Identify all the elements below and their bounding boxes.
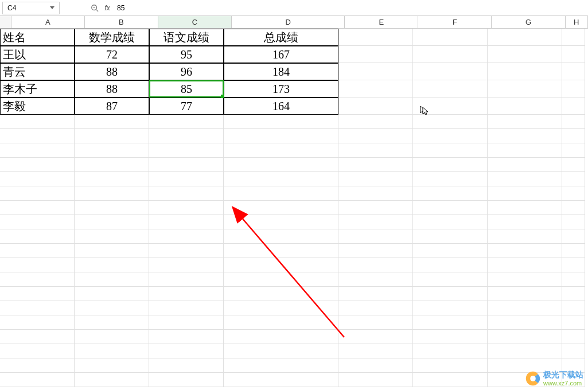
column-header-G[interactable]: G	[492, 16, 565, 28]
table-cell[interactable]	[75, 315, 149, 330]
cell-B4[interactable]: 88	[75, 80, 149, 98]
table-cell[interactable]	[224, 201, 338, 215]
table-cell[interactable]	[488, 287, 562, 301]
table-cell[interactable]	[149, 244, 224, 258]
table-cell[interactable]	[149, 373, 224, 387]
table-cell[interactable]	[338, 172, 413, 186]
table-cell[interactable]	[0, 358, 75, 373]
table-cell[interactable]	[488, 229, 562, 244]
cell-D4[interactable]: 173	[224, 80, 338, 98]
table-cell[interactable]	[562, 201, 585, 215]
cell-G3[interactable]	[488, 63, 562, 80]
table-cell[interactable]	[149, 158, 224, 172]
cell-E2[interactable]	[338, 46, 413, 63]
cell-A3[interactable]: 青云	[0, 63, 75, 80]
cell-E1[interactable]	[338, 29, 413, 46]
table-cell[interactable]	[413, 229, 488, 244]
column-header-D[interactable]: D	[232, 16, 345, 28]
cell-E3[interactable]	[338, 63, 413, 80]
table-cell[interactable]	[562, 344, 585, 358]
cell-reference-box[interactable]: C4	[2, 2, 60, 14]
table-cell[interactable]	[149, 315, 224, 330]
table-cell[interactable]	[562, 272, 585, 287]
cell-G1[interactable]	[488, 29, 562, 46]
table-cell[interactable]	[75, 229, 149, 244]
table-cell[interactable]	[75, 358, 149, 373]
cell-C3[interactable]: 96	[149, 63, 224, 80]
cell-F1[interactable]	[413, 29, 488, 46]
table-cell[interactable]	[488, 186, 562, 201]
table-cell[interactable]	[75, 172, 149, 186]
table-cell[interactable]	[562, 330, 585, 344]
column-header-H[interactable]: H	[566, 16, 588, 28]
cell-H3[interactable]	[562, 63, 585, 80]
table-cell[interactable]	[562, 115, 585, 129]
table-cell[interactable]	[338, 358, 413, 373]
table-cell[interactable]	[488, 315, 562, 330]
table-cell[interactable]	[488, 258, 562, 272]
table-cell[interactable]	[562, 315, 585, 330]
table-cell[interactable]	[413, 244, 488, 258]
table-cell[interactable]	[562, 158, 585, 172]
table-cell[interactable]	[75, 115, 149, 129]
table-cell[interactable]	[75, 215, 149, 229]
table-cell[interactable]	[562, 129, 585, 143]
table-cell[interactable]	[0, 301, 75, 315]
table-cell[interactable]	[75, 244, 149, 258]
table-cell[interactable]	[488, 215, 562, 229]
table-cell[interactable]	[149, 287, 224, 301]
cell-B2[interactable]: 72	[75, 46, 149, 63]
cell-H2[interactable]	[562, 46, 585, 63]
table-cell[interactable]	[413, 115, 488, 129]
table-cell[interactable]	[75, 129, 149, 143]
table-cell[interactable]	[0, 258, 75, 272]
chevron-down-icon[interactable]	[50, 6, 54, 9]
table-cell[interactable]	[413, 172, 488, 186]
table-cell[interactable]	[224, 186, 338, 201]
table-cell[interactable]	[488, 330, 562, 344]
table-cell[interactable]	[0, 201, 75, 215]
table-cell[interactable]	[0, 373, 75, 387]
cell-B5[interactable]: 87	[75, 98, 149, 115]
cell-H1[interactable]	[562, 29, 585, 46]
table-cell[interactable]	[149, 172, 224, 186]
column-header-C[interactable]: C	[158, 16, 232, 28]
table-cell[interactable]	[413, 330, 488, 344]
table-cell[interactable]	[338, 258, 413, 272]
cell-D3[interactable]: 184	[224, 63, 338, 80]
cell-B1[interactable]: 数学成绩	[75, 29, 149, 46]
table-cell[interactable]	[488, 272, 562, 287]
table-cell[interactable]	[0, 272, 75, 287]
table-cell[interactable]	[75, 186, 149, 201]
cell-D1[interactable]: 总成绩	[224, 29, 338, 46]
cell-H5[interactable]	[562, 98, 585, 115]
table-cell[interactable]	[562, 287, 585, 301]
table-cell[interactable]	[0, 215, 75, 229]
cell-A2[interactable]: 王以	[0, 46, 75, 63]
table-cell[interactable]	[0, 287, 75, 301]
table-cell[interactable]	[338, 215, 413, 229]
search-icon[interactable]	[88, 2, 101, 14]
column-header-F[interactable]: F	[418, 16, 492, 28]
table-cell[interactable]	[149, 358, 224, 373]
table-cell[interactable]	[0, 229, 75, 244]
table-cell[interactable]	[149, 344, 224, 358]
table-cell[interactable]	[75, 330, 149, 344]
table-cell[interactable]	[338, 272, 413, 287]
table-cell[interactable]	[0, 330, 75, 344]
cell-G4[interactable]	[488, 80, 562, 98]
table-cell[interactable]	[75, 287, 149, 301]
select-all-corner[interactable]	[0, 16, 11, 28]
cell-B3[interactable]: 88	[75, 63, 149, 80]
table-cell[interactable]	[149, 272, 224, 287]
table-cell[interactable]	[488, 244, 562, 258]
table-cell[interactable]	[488, 172, 562, 186]
table-cell[interactable]	[224, 272, 338, 287]
table-cell[interactable]	[224, 229, 338, 244]
table-cell[interactable]	[224, 301, 338, 315]
table-cell[interactable]	[149, 186, 224, 201]
table-cell[interactable]	[0, 115, 75, 129]
table-cell[interactable]	[0, 244, 75, 258]
table-cell[interactable]	[413, 301, 488, 315]
table-cell[interactable]	[149, 215, 224, 229]
